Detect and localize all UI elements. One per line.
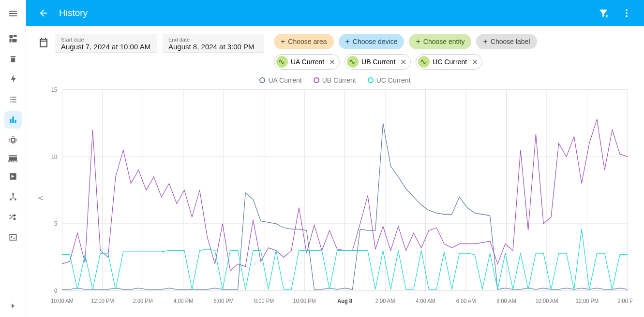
end-date-label: End date	[168, 37, 258, 43]
end-date-field[interactable]: End date August 8, 2024 at 3:00 PM	[163, 34, 264, 53]
entity-chip[interactable]: UB Current✕	[344, 54, 411, 70]
chart-legend: UA CurrentUB CurrentUC Current	[38, 76, 632, 84]
menu-icon[interactable]	[4, 5, 22, 22]
close-icon[interactable]: ✕	[472, 58, 478, 67]
svg-text:4:00 AM: 4:00 AM	[416, 298, 435, 303]
svg-point-3	[626, 15, 628, 17]
legend-item[interactable]: UA Current	[259, 76, 301, 84]
svg-text:2:00 AM: 2:00 AM	[375, 298, 395, 303]
hacs-label-text: HACS	[8, 159, 18, 163]
close-icon[interactable]: ✕	[329, 58, 335, 67]
app-header: History x	[26, 0, 644, 26]
svg-text:0: 0	[54, 288, 57, 294]
choose-label-chip[interactable]: + Choose label	[476, 34, 537, 49]
svg-text:4:00 PM: 4:00 PM	[173, 298, 193, 303]
sidebar-dashboard-icon[interactable]	[4, 30, 22, 47]
start-date-value: August 7, 2024 at 10:00 AM	[61, 43, 151, 51]
svg-text:12:00 PM: 12:00 PM	[576, 298, 599, 303]
svg-text:2:00 PM: 2:00 PM	[133, 298, 153, 303]
y-axis-label: A	[37, 196, 44, 200]
svg-text:x: x	[606, 14, 609, 18]
sidebar-list-icon[interactable]	[4, 91, 22, 108]
svg-point-2	[626, 12, 628, 14]
sidebar-history-icon[interactable]	[4, 111, 22, 129]
sidebar-expand-icon[interactable]	[4, 300, 22, 317]
date-range-picker: Start date August 7, 2024 at 10:00 AM En…	[38, 34, 264, 53]
legend-item[interactable]: UB Current	[314, 76, 356, 84]
choose-device-label: Choose device	[353, 38, 398, 45]
sidebar-chip-icon[interactable]	[4, 131, 22, 149]
legend-swatch	[368, 77, 374, 83]
choose-entity-label: Choose entity	[423, 38, 465, 45]
svg-point-1	[626, 9, 628, 11]
choose-area-label: Choose area	[288, 38, 327, 45]
svg-text:10:00 AM: 10:00 AM	[536, 298, 558, 303]
close-icon[interactable]: ✕	[400, 58, 406, 67]
end-date-value: August 8, 2024 at 3:00 PM	[168, 43, 258, 51]
choose-area-chip[interactable]: + Choose area	[274, 34, 334, 49]
sidebar: HACS	[0, 0, 26, 317]
sine-wave-icon	[276, 56, 288, 68]
sidebar-hacs-icon[interactable]: HACS	[4, 152, 22, 165]
legend-label: UC Current	[376, 76, 411, 84]
plus-icon: +	[483, 37, 487, 46]
overflow-menu-button[interactable]	[617, 3, 636, 23]
sidebar-network-icon[interactable]	[4, 188, 22, 205]
calendar-icon	[38, 37, 49, 50]
svg-text:10:00 PM: 10:00 PM	[293, 298, 315, 303]
legend-swatch	[314, 77, 319, 83]
svg-text:5: 5	[54, 221, 57, 227]
legend-label: UA Current	[268, 76, 301, 84]
legend-item[interactable]: UC Current	[368, 76, 411, 84]
start-date-label: Start date	[61, 37, 151, 43]
page-title: History	[59, 8, 88, 18]
choose-entity-chip[interactable]: + Choose entity	[409, 34, 471, 49]
svg-text:10: 10	[51, 154, 57, 159]
svg-text:8:00 PM: 8:00 PM	[254, 298, 274, 303]
choose-label-label: Choose label	[491, 38, 530, 45]
entity-chip-label: UC Current	[433, 58, 467, 66]
sine-wave-icon	[347, 56, 359, 68]
svg-text:12:00 PM: 12:00 PM	[91, 298, 114, 303]
entity-chip[interactable]: UA Current✕	[274, 54, 340, 70]
entity-chip-label: UA Current	[291, 58, 324, 66]
plus-icon: +	[281, 37, 285, 46]
plus-icon: +	[345, 37, 350, 46]
svg-text:10:00 AM: 10:00 AM	[51, 298, 74, 303]
choose-device-chip[interactable]: + Choose device	[339, 34, 404, 49]
legend-label: UB Current	[322, 76, 356, 84]
sidebar-archive-icon[interactable]	[4, 50, 22, 68]
back-button[interactable]	[34, 3, 53, 23]
sine-wave-icon	[418, 56, 430, 68]
svg-text:8:00 AM: 8:00 AM	[496, 298, 516, 303]
entity-chip-label: UB Current	[361, 58, 395, 66]
legend-swatch	[259, 77, 265, 83]
sidebar-shuffle-icon[interactable]	[4, 208, 22, 226]
svg-text:2:00 PM: 2:00 PM	[617, 298, 632, 303]
sidebar-energy-icon[interactable]	[4, 71, 22, 88]
svg-text:15: 15	[51, 87, 57, 93]
sidebar-terminal-icon[interactable]	[4, 229, 22, 246]
plus-icon: +	[416, 37, 420, 46]
start-date-field[interactable]: Start date August 7, 2024 at 10:00 AM	[55, 34, 157, 53]
filter-clear-button[interactable]: x	[594, 3, 613, 23]
history-chart[interactable]: 05101510:00 AM12:00 PM2:00 PM4:00 PM6:00…	[38, 87, 632, 309]
sidebar-media-icon[interactable]	[4, 168, 22, 185]
svg-text:6:00 AM: 6:00 AM	[456, 298, 476, 303]
svg-text:6:00 PM: 6:00 PM	[214, 298, 234, 303]
svg-text:Aug 8: Aug 8	[337, 298, 352, 303]
entity-chip[interactable]: UC Current✕	[416, 54, 482, 70]
